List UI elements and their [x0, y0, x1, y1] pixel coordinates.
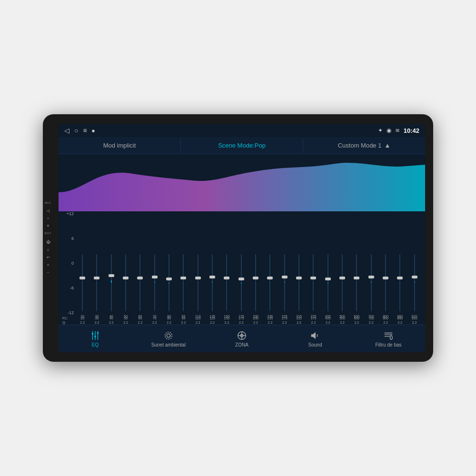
slider-col-30[interactable]	[90, 254, 103, 311]
nav-item-eq[interactable]: EQ	[59, 327, 132, 350]
slider-col-110[interactable]	[191, 254, 205, 311]
fc-val-315: 315	[296, 316, 302, 320]
mode-scene[interactable]: Scene Mode:Pop	[181, 138, 303, 153]
slider-fill-435	[327, 283, 328, 284]
slider-thumb-235[interactable]	[267, 277, 273, 279]
slider-thumb-800[interactable]	[383, 277, 388, 279]
slider-thumb-110[interactable]	[195, 277, 201, 279]
slider-col-70[interactable]	[148, 254, 161, 311]
nav-item-filtru[interactable]: Filtru de bas	[352, 327, 425, 350]
slider-thumb-375[interactable]	[310, 277, 316, 279]
slider-track-40	[111, 254, 112, 311]
fc-val-60: 60	[139, 316, 142, 320]
slider-track-50	[125, 254, 126, 311]
slider-col-600[interactable]	[350, 254, 363, 311]
fc-q-col-125: 1252.2	[206, 316, 219, 325]
slider-col-500[interactable]	[336, 254, 349, 311]
slider-thumb-275[interactable]	[282, 276, 288, 278]
slider-thumb-40[interactable]	[109, 274, 114, 277]
nav-label-filtru: Filtru de bas	[375, 342, 401, 347]
slider-col-375[interactable]	[307, 254, 320, 311]
fc-q-col-30: 302.2	[90, 316, 103, 325]
slider-col-60[interactable]	[133, 254, 147, 311]
slider-thumb-500[interactable]	[339, 277, 345, 279]
slider-col-80[interactable]	[162, 254, 176, 311]
slider-col-175[interactable]	[235, 254, 248, 311]
q-val-500: 2.2	[340, 320, 345, 325]
slider-thumb-60[interactable]	[137, 277, 143, 279]
rst-label: RST	[45, 232, 52, 235]
slider-thumb-920[interactable]	[412, 276, 417, 278]
power-btn[interactable]: ⏻	[46, 240, 50, 244]
slider-col-700[interactable]	[365, 254, 378, 311]
stop-icon[interactable]: ■	[92, 128, 95, 133]
slider-col-150[interactable]	[220, 254, 233, 311]
slider-col-235[interactable]	[263, 254, 277, 311]
slider-thumb-150[interactable]	[224, 277, 229, 279]
slider-thumb-95[interactable]	[180, 277, 186, 279]
q-val-375: 2.2	[311, 320, 316, 325]
slider-col-920[interactable]	[408, 254, 421, 311]
slider-col-435[interactable]	[321, 254, 335, 311]
slider-col-20[interactable]	[76, 254, 89, 311]
nav-home-btn[interactable]: ⌂	[47, 248, 50, 252]
q-val-110: 2.2	[196, 320, 200, 325]
menu-btn[interactable]: ≡	[47, 224, 50, 228]
slider-col-95[interactable]	[177, 254, 190, 311]
slider-thumb-125[interactable]	[209, 276, 215, 278]
slider-thumb-600[interactable]	[354, 277, 359, 279]
slider-track-150	[226, 254, 227, 311]
eq-icon	[90, 330, 100, 341]
menu-icon[interactable]: ≡	[83, 127, 87, 134]
nav-item-sound[interactable]: Sound	[278, 327, 352, 350]
nav-back-btn[interactable]: ↩	[47, 256, 50, 259]
eq-sliders-container: +12 6 0 -6 -12 2030405060708095110125150…	[59, 211, 425, 325]
vol-up-btn[interactable]: ＋	[46, 263, 50, 267]
fc-q-col-600: 6002.2	[350, 316, 363, 325]
nav-item-zona[interactable]: ZONA	[205, 327, 278, 350]
q-label: Q:	[62, 320, 76, 325]
slider-thumb-435[interactable]	[325, 278, 331, 280]
slider-track-175	[241, 254, 242, 311]
mode-bar: Mod implicit Scene Mode:Pop Custom Mode …	[59, 137, 425, 154]
fc-val-200: 200	[253, 316, 258, 320]
back-btn[interactable]: ◁	[47, 209, 50, 213]
slider-col-125[interactable]	[206, 254, 219, 311]
slider-col-315[interactable]	[292, 254, 306, 311]
fc-q-col-235: 2352.2	[263, 316, 277, 325]
mode-custom[interactable]: Custom Mode 1 ▲	[303, 138, 425, 153]
mode-default[interactable]: Mod implicit	[59, 138, 181, 153]
slider-track-700	[371, 254, 372, 311]
home-icon[interactable]: ○	[74, 127, 78, 134]
q-val-235: 2.2	[268, 320, 273, 325]
q-val-175: 2.2	[239, 320, 244, 325]
q-val-150: 2.2	[225, 320, 229, 325]
slider-col-275[interactable]	[278, 254, 291, 311]
slider-track-20	[82, 254, 83, 311]
slider-thumb-175[interactable]	[238, 278, 244, 280]
slider-thumb-50[interactable]	[123, 277, 129, 279]
slider-thumb-700[interactable]	[368, 276, 374, 278]
slider-col-50[interactable]	[119, 254, 132, 311]
fc-val-920: 920	[412, 316, 417, 320]
fc-val-175: 175	[238, 316, 244, 320]
back-icon[interactable]: ◁	[64, 127, 69, 134]
slider-track-125	[212, 254, 213, 311]
slider-col-800[interactable]	[379, 254, 392, 311]
slider-thumb-860[interactable]	[397, 277, 403, 279]
slider-thumb-200[interactable]	[253, 277, 258, 279]
slider-col-40[interactable]	[105, 254, 118, 311]
slider-col-860[interactable]	[393, 254, 407, 311]
dropdown-arrow-icon: ▲	[384, 142, 390, 149]
slider-thumb-80[interactable]	[166, 278, 172, 280]
slider-col-200[interactable]	[249, 254, 262, 311]
q-val-860: 2.2	[398, 320, 403, 325]
home-btn[interactable]: ○	[47, 217, 50, 220]
slider-thumb-70[interactable]	[152, 276, 158, 278]
nav-item-sunet[interactable]: Sunet ambiental	[132, 327, 205, 350]
vol-down-btn[interactable]: －	[46, 271, 50, 275]
slider-track-375	[313, 254, 314, 311]
slider-thumb-30[interactable]	[94, 277, 99, 279]
slider-thumb-315[interactable]	[296, 277, 302, 279]
slider-thumb-20[interactable]	[79, 277, 85, 279]
